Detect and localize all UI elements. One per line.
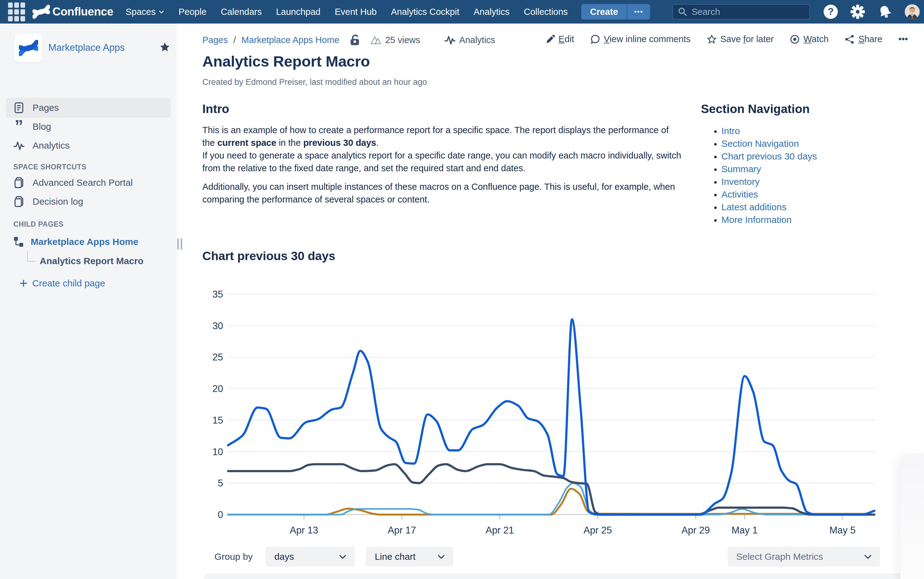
user-avatar[interactable] — [905, 4, 920, 19]
breadcrumb-marketplace-apps-home[interactable]: Marketplace Apps Home — [241, 35, 339, 45]
line-chart: 05101520253035Apr 13Apr 17Apr 21Apr 25Ap… — [205, 288, 896, 539]
svg-text:25: 25 — [213, 352, 223, 363]
group-by-select[interactable]: days — [266, 547, 355, 567]
chevron-down-icon — [865, 555, 871, 559]
app-switcher-icon[interactable] — [8, 2, 25, 21]
save-for-later-button[interactable]: Save for later — [707, 34, 774, 44]
chart-heading: Chart previous 30 days — [202, 249, 335, 263]
breadcrumb-separator: / — [233, 35, 236, 45]
page-tree-icon — [13, 237, 24, 247]
settings-gear-icon[interactable] — [850, 4, 865, 19]
nav-item-collections[interactable]: Collections — [524, 7, 568, 17]
child-parent-label: Marketplace Apps Home — [31, 237, 138, 247]
sidebar-item-marketplace-apps-home[interactable]: Marketplace Apps Home — [13, 237, 138, 247]
edit-button[interactable]: Edit — [546, 34, 574, 44]
shortcut-label: Decision log — [33, 196, 83, 207]
shortcut-label: Advanced Search Portal — [33, 177, 133, 188]
graph-metrics-select[interactable]: Select Graph Metrics — [727, 547, 880, 567]
views-icon — [370, 35, 381, 45]
child-current-label: Analytics Report Macro — [39, 256, 143, 266]
svg-text:May 1: May 1 — [732, 525, 758, 536]
page-analytics-link[interactable]: Analytics — [444, 35, 495, 45]
chevron-down-icon — [438, 555, 445, 559]
toc-link-latest-additions[interactable]: Latest additions — [721, 201, 817, 213]
views-label: 25 views — [385, 35, 420, 45]
svg-text:10: 10 — [213, 447, 223, 457]
svg-text:5: 5 — [218, 478, 223, 489]
save-label: Save for later — [720, 34, 774, 44]
sidebar-item-analytics-report-macro[interactable]: Analytics Report Macro — [27, 256, 143, 266]
analytics-pulse-icon — [444, 35, 456, 45]
nav-item-launchpad[interactable]: Launchpad — [276, 7, 321, 17]
toc-link-activities[interactable]: Activities — [721, 188, 817, 201]
chart-controls: Group by days Line chart — [214, 547, 453, 567]
nav-item-event-hub[interactable]: Event Hub — [335, 7, 376, 17]
nav-item-analytics-cockpit[interactable]: Analytics Cockpit — [391, 7, 460, 17]
group-by-value: days — [274, 551, 294, 562]
sidebar-item-blog[interactable]: ” Blog — [6, 117, 171, 137]
create-button[interactable]: Create — [581, 4, 627, 20]
create-child-label: Create child page — [32, 278, 105, 289]
unlock-icon[interactable] — [349, 34, 360, 46]
nav-item-calendars[interactable]: Calendars — [221, 7, 262, 17]
notifications-bell-icon[interactable] — [878, 4, 893, 19]
svg-text:0: 0 — [218, 509, 223, 520]
sidebar-item-label: Analytics — [33, 140, 70, 151]
page-actions: Edit View inline comments Save for later… — [546, 34, 908, 44]
intro-body: This is an example of how to create a pe… — [202, 124, 683, 206]
chart-type-select[interactable]: Line chart — [366, 547, 453, 567]
search-input[interactable] — [692, 7, 797, 17]
svg-text:Apr 25: Apr 25 — [583, 525, 612, 536]
star-outline-icon — [707, 34, 717, 44]
space-logo[interactable] — [14, 34, 43, 62]
toc-link-intro[interactable]: Intro — [721, 124, 817, 137]
blog-quote-icon: ” — [13, 121, 25, 132]
sidebar-shortcut-decision-log[interactable]: Decision log — [6, 191, 171, 211]
space-name-link[interactable]: Marketplace Apps — [48, 42, 125, 53]
nav-item-spaces[interactable]: Spaces — [125, 7, 164, 17]
top-nav: Confluence Spaces People Calendars Launc… — [0, 0, 924, 23]
right-overlay-shadow — [901, 453, 924, 579]
views-count[interactable]: 25 views — [370, 35, 420, 45]
more-actions-button[interactable]: ••• — [899, 34, 908, 44]
byline: Created by Edmond Preiser, last modified… — [202, 77, 427, 87]
toc-link-more-information[interactable]: More Information — [721, 213, 817, 226]
help-icon[interactable]: ? — [824, 5, 838, 19]
logo-wordmark: Confluence — [53, 5, 113, 18]
sidebar-item-pages[interactable]: Pages — [6, 98, 171, 118]
sidebar-item-label: Pages — [33, 103, 59, 113]
svg-text:Apr 17: Apr 17 — [387, 525, 416, 536]
pages-icon — [13, 102, 25, 113]
confluence-space-icon — [19, 39, 38, 57]
create-child-page-button[interactable]: Create child page — [19, 278, 105, 289]
view-inline-comments-button[interactable]: View inline comments — [590, 34, 691, 44]
section-navigation-heading: Section Navigation — [701, 102, 810, 116]
sidebar-item-analytics[interactable]: Analytics — [6, 136, 171, 155]
graph-metrics-placeholder: Select Graph Metrics — [736, 551, 823, 562]
sidebar-shortcut-advanced-search[interactable]: Advanced Search Portal — [6, 173, 171, 193]
sidebar-resize-handle[interactable] — [177, 239, 182, 250]
intro-paragraph-2: If you need to generate a space analytic… — [202, 149, 683, 175]
toc-link-summary[interactable]: Summary — [721, 162, 817, 175]
space-favorite-star-icon[interactable] — [159, 41, 171, 52]
search-box[interactable] — [672, 4, 810, 20]
intro-paragraph-1: This is an example of how to create a pe… — [202, 124, 683, 149]
chart-type-value: Line chart — [374, 551, 415, 562]
chevron-down-icon — [159, 10, 164, 14]
create-more-button[interactable]: ••• — [627, 4, 650, 20]
toc-link-section-navigation[interactable]: Section Navigation — [721, 137, 817, 150]
sidebar-item-label: Blog — [33, 121, 51, 132]
svg-text:15: 15 — [213, 415, 223, 426]
watch-button[interactable]: Watch — [790, 34, 829, 44]
svg-text:Apr 21: Apr 21 — [486, 525, 514, 536]
toc-link-inventory[interactable]: Inventory — [721, 175, 817, 188]
svg-text:30: 30 — [213, 321, 223, 331]
svg-text:May 5: May 5 — [829, 525, 855, 536]
nav-item-people[interactable]: People — [179, 7, 206, 17]
watch-label: Watch — [803, 34, 829, 44]
breadcrumb-pages[interactable]: Pages — [202, 35, 228, 45]
toc-link-chart-previous-30-days[interactable]: Chart previous 30 days — [721, 150, 817, 162]
nav-item-analytics[interactable]: Analytics — [473, 7, 509, 17]
confluence-logo[interactable]: Confluence — [33, 4, 113, 19]
share-button[interactable]: Share — [845, 34, 882, 44]
